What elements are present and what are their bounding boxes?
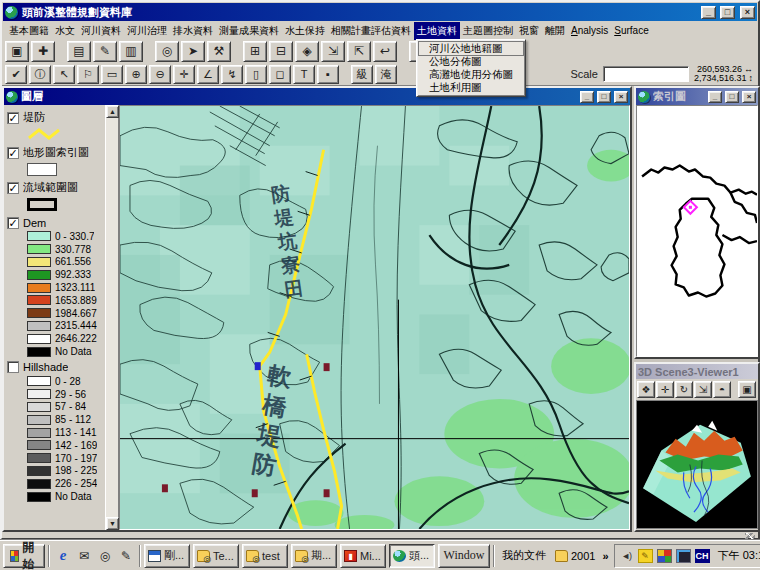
menu-item-13[interactable]: Surface [611, 23, 651, 38]
menu-item-2[interactable]: 河川資料 [78, 22, 124, 40]
delete-theme-button[interactable]: ▥ [119, 41, 143, 62]
maximize-button[interactable]: □ [720, 6, 735, 19]
my-documents-shortcut[interactable]: 我的文件 [498, 548, 550, 563]
input-pen-icon[interactable]: ✎ [638, 549, 653, 563]
menu-item-12[interactable]: Analysis [568, 23, 611, 38]
menu-item-8[interactable]: 土地資料 [414, 22, 460, 40]
start-button[interactable]: 開始 [3, 544, 45, 568]
callout-button[interactable]: ◻ [269, 65, 291, 84]
merge-layer-button[interactable]: ⊟ [269, 41, 293, 62]
save-scene-button[interactable]: ▣ [738, 381, 756, 398]
pan-button[interactable]: ✛ [173, 65, 195, 84]
zoom-3d-button[interactable]: ⇲ [694, 381, 712, 398]
folder-2001-shortcut[interactable]: 2001 [553, 550, 597, 562]
clear-selection-button[interactable]: ▯ [245, 65, 267, 84]
tools-button[interactable]: ⚒ [207, 41, 231, 62]
grade-tool-button[interactable]: 級 [351, 65, 373, 84]
navigate-3d-button[interactable]: ❖ [637, 381, 655, 398]
index-window-titlebar[interactable]: 索引圖 _ □ × [636, 88, 758, 105]
ie-quicklaunch-icon[interactable]: e [53, 545, 73, 567]
ime-ch-badge[interactable]: CH [695, 549, 710, 563]
display-colors-icon[interactable] [657, 549, 672, 563]
dropdown-item-1[interactable]: 公地分佈圖 [419, 55, 523, 68]
menu-item-9[interactable]: 主題圖控制 [460, 22, 516, 40]
layer-row-0[interactable]: ✓堤防 [7, 110, 105, 125]
select-rectangle-button[interactable]: ▭ [101, 65, 123, 84]
title-bar[interactable]: 頭前溪整體規劃資料庫 _ □ × [3, 3, 757, 21]
layers-window-titlebar[interactable]: 圖層 _ □ × [4, 88, 630, 105]
menu-item-7[interactable]: 相關計畫評估資料 [328, 22, 414, 40]
vertex-edit-button[interactable]: ⚐ [77, 65, 99, 84]
index-maximize-button[interactable]: □ [725, 91, 739, 103]
edit-legend-button[interactable]: ✎ [93, 41, 117, 62]
index-close-button[interactable]: × [742, 91, 756, 103]
layers-minimize-button[interactable]: _ [580, 91, 594, 103]
theme-properties-button[interactable]: ▤ [67, 41, 91, 62]
measure-button[interactable]: ∠ [197, 65, 219, 84]
layer-checkbox[interactable] [7, 361, 19, 373]
legend-scrollbar[interactable]: ▲ ▼ [105, 105, 118, 530]
scroll-up-button[interactable]: ▲ [106, 105, 119, 118]
query-builder-button[interactable]: ◈ [295, 41, 319, 62]
dropdown-item-0[interactable]: 河川公地地籍圖 [419, 42, 523, 55]
pan-3d-button[interactable]: ✛ [656, 381, 674, 398]
menu-item-6[interactable]: 水土保持 [282, 22, 328, 40]
task-button-4[interactable]: ▮Mi... [340, 544, 386, 568]
minimize-button[interactable]: _ [701, 6, 716, 19]
scroll-down-button[interactable]: ▼ [106, 517, 119, 530]
edit-quicklaunch-icon[interactable]: ✎ [116, 545, 136, 567]
pointer-button[interactable]: ↖ [53, 65, 75, 84]
layer-row-4[interactable]: Hillshade [7, 360, 105, 375]
menu-item-3[interactable]: 河川治理 [124, 22, 170, 40]
layer-row-2[interactable]: ✓流域範圍圖 [7, 180, 105, 195]
previous-extent-button[interactable]: ↩ [373, 41, 397, 62]
search-quicklaunch-icon[interactable]: ◎ [95, 545, 115, 567]
add-theme-button[interactable]: ✚ [31, 41, 55, 62]
layer-row-1[interactable]: ✓地形圖索引圖 [7, 145, 105, 160]
speaker-icon[interactable]: ◄) [619, 549, 634, 563]
zoom-out-button[interactable]: ⊖ [149, 65, 171, 84]
apply-button[interactable]: ✔ [5, 65, 27, 84]
flood-tool-button[interactable]: 淹 [375, 65, 397, 84]
toolbar-overflow-chevron[interactable]: » [600, 550, 610, 562]
menu-item-10[interactable]: 視窗 [516, 22, 542, 40]
task-button-3[interactable]: 期... [291, 544, 337, 568]
menu-item-4[interactable]: 排水資料 [170, 22, 216, 40]
save-button[interactable]: ▣ [5, 41, 29, 62]
zoom-in-button[interactable]: ⊕ [125, 65, 147, 84]
locate-button[interactable]: ➤ [181, 41, 205, 62]
identify-button[interactable]: ⓘ [29, 65, 51, 84]
layer-row-3[interactable]: ✓Dem [7, 215, 105, 230]
scale-input[interactable] [603, 66, 689, 82]
draw-point-button[interactable]: ▪ [317, 65, 339, 84]
viewer-3d-canvas[interactable] [636, 400, 758, 529]
monitor-icon[interactable] [676, 549, 691, 563]
layer-checkbox[interactable]: ✓ [7, 147, 19, 159]
zoom-full-extent-button[interactable]: ⇱ [347, 41, 371, 62]
layer-checkbox[interactable]: ✓ [7, 217, 19, 229]
dropdown-item-2[interactable]: 高灘地使用分佈圖 [419, 68, 523, 81]
index-minimize-button[interactable]: _ [708, 91, 722, 103]
layers-close-button[interactable]: × [614, 91, 628, 103]
outlook-quicklaunch-icon[interactable]: ✉ [74, 545, 94, 567]
close-button[interactable]: × [740, 6, 755, 19]
task-button-5[interactable]: 頭... [389, 544, 435, 568]
menu-item-5[interactable]: 測量成果資料 [216, 22, 282, 40]
rotate-3d-button[interactable]: ↻ [675, 381, 693, 398]
text-label-button[interactable]: T [293, 65, 315, 84]
layers-maximize-button[interactable]: □ [597, 91, 611, 103]
index-map-canvas[interactable] [636, 105, 758, 357]
zoom-to-selected-button[interactable]: ⇲ [321, 41, 345, 62]
find-button[interactable]: ◎ [155, 41, 179, 62]
menu-item-0[interactable]: 基本圖籍 [6, 22, 52, 40]
task-button-6[interactable]: Window [438, 544, 490, 568]
menu-item-1[interactable]: 水文 [52, 22, 78, 40]
task-button-0[interactable]: 剛... [144, 544, 190, 568]
layer-checkbox[interactable]: ✓ [7, 182, 19, 194]
help-balloon-button[interactable]: ◓ [713, 381, 731, 398]
task-button-2[interactable]: test [242, 544, 288, 568]
dropdown-item-3[interactable]: 土地利用圖 [419, 81, 523, 94]
add-layer-button[interactable]: ⊞ [243, 41, 267, 62]
layer-checkbox[interactable]: ✓ [7, 112, 19, 124]
hotlink-button[interactable]: ↯ [221, 65, 243, 84]
